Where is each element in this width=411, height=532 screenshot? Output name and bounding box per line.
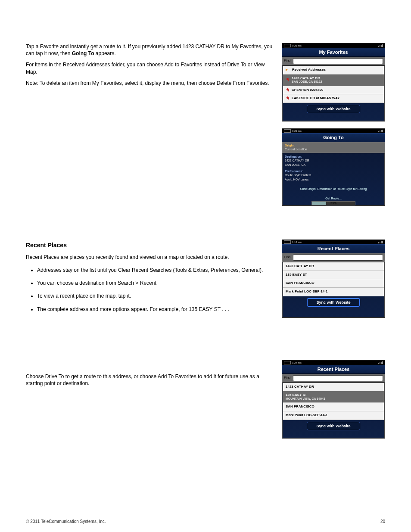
intro-paragraph-2: For items in the Received Addresses fold… bbox=[26, 61, 273, 75]
favorites-row[interactable]: CHEVRON 0205400 bbox=[283, 86, 384, 95]
intro-note: Note: To delete an item from My Favorite… bbox=[26, 80, 273, 87]
status-time: 1:12 am bbox=[292, 240, 302, 244]
progress-value: 33% bbox=[312, 201, 355, 205]
footer-page-number: 20 bbox=[380, 519, 385, 525]
row-label: SAN FRANCISCO bbox=[286, 281, 314, 286]
screenshot-recent-1: 1:12 am Recent Places Find: 1423 CATHAY … bbox=[282, 240, 385, 318]
row-label: 135 EASY ST bbox=[286, 273, 307, 277]
recent-row[interactable]: 1423 CATHAY DR bbox=[283, 262, 384, 271]
button-bar: Sync with Website bbox=[282, 103, 385, 116]
row-label: CHEVRON 0205400 bbox=[292, 88, 323, 93]
signal-icon bbox=[378, 44, 383, 47]
status-bar: 1:24 am bbox=[282, 361, 385, 365]
recent-para2: Choose Drive To to get a route to this a… bbox=[26, 373, 273, 387]
find-label: Find: bbox=[284, 376, 292, 380]
find-input[interactable] bbox=[293, 58, 383, 64]
intro-text-1b: appears. bbox=[96, 50, 116, 56]
favorites-row[interactable]: LAKESIDE DR at MIDAS WAY bbox=[283, 94, 384, 103]
destination-line1: 1423 CATHAY DR bbox=[285, 159, 382, 162]
recent-bullet-list: Addresses stay on the list until you Cle… bbox=[26, 267, 273, 313]
favorites-row-received[interactable]: Received Addresses bbox=[283, 66, 384, 75]
recent-para1: Recent Places are places you recently fo… bbox=[26, 254, 273, 261]
row-label: 1423 CATHAY DR bbox=[292, 76, 322, 81]
battery-icon bbox=[284, 129, 291, 133]
screen-title: Recent Places bbox=[282, 244, 385, 253]
recent-bullet: Addresses stay on the list until you Cle… bbox=[37, 267, 273, 274]
recent-bullet: You can choose a destination from Search… bbox=[37, 280, 273, 286]
pin-icon bbox=[286, 88, 290, 92]
folder-arrow-icon bbox=[286, 68, 290, 72]
row-label: 135 EASY ST bbox=[286, 393, 325, 397]
find-label: Find: bbox=[284, 59, 292, 63]
sync-button[interactable]: Sync with Website bbox=[307, 422, 361, 430]
row-label: SAN FRANCISCO bbox=[286, 404, 314, 409]
row-label: Mark Point LOC-SEP-14-1 bbox=[286, 289, 327, 294]
status-time: 0:26 am bbox=[292, 44, 302, 47]
find-input[interactable] bbox=[293, 375, 383, 381]
status-bar: 0:26 am bbox=[282, 44, 385, 48]
progress-label: Get Route... bbox=[282, 196, 385, 200]
destination-line2: SAN JOSE, CA bbox=[285, 163, 382, 167]
recent-heading: Recent Places bbox=[26, 241, 273, 249]
find-input[interactable] bbox=[293, 255, 383, 261]
screenshot-recent-2: 1:24 am Recent Places Find: 1423 CATHAY … bbox=[282, 360, 385, 439]
pin-icon bbox=[286, 78, 290, 82]
preferences-field[interactable]: Preferences: Route Style:Fastest Avoid:H… bbox=[282, 168, 385, 183]
battery-icon bbox=[284, 361, 291, 364]
favorites-row-selected[interactable]: 1423 CATHAY DR SAN JOSE, CA 95122 bbox=[283, 75, 384, 86]
progress-bar: 33% bbox=[311, 201, 355, 205]
page-footer: © 2011 TeleCommunication Systems, Inc. 2… bbox=[26, 519, 385, 525]
row-label: 1423 CATHAY DR bbox=[286, 264, 314, 269]
sync-button[interactable]: Sync with Website bbox=[307, 298, 361, 307]
destination-header: Destination: bbox=[285, 155, 382, 159]
button-bar: Sync with Website bbox=[282, 420, 385, 433]
status-time: 1:24 am bbox=[292, 361, 302, 364]
signal-icon bbox=[378, 241, 383, 243]
recent-bullet: The complete address and more options ap… bbox=[37, 306, 273, 313]
signal-icon bbox=[378, 130, 383, 132]
pin-icon bbox=[286, 96, 290, 100]
footer-copyright: © 2011 TeleCommunication Systems, Inc. bbox=[26, 519, 106, 525]
find-bar: Find: bbox=[282, 57, 385, 66]
battery-icon bbox=[284, 44, 291, 47]
recent-row[interactable]: Mark Point LOC-SEP-14-1 bbox=[283, 411, 384, 420]
status-bar: 0:26 am bbox=[282, 129, 385, 133]
screen-title: My Favorites bbox=[282, 48, 385, 57]
recent-row-selected[interactable]: 135 EASY ST MOUNTAIN VIEW, CA 94043 bbox=[283, 391, 384, 403]
recent-row[interactable]: 1423 CATHAY DR bbox=[283, 383, 384, 392]
progress-wrap: Get Route... 33% bbox=[282, 196, 385, 205]
preferences-line2: Avoid:HOV Lanes bbox=[285, 177, 382, 181]
origin-value: Current Location bbox=[285, 147, 382, 151]
battery-icon bbox=[284, 240, 291, 244]
intro-paragraph-1: Tap a Favorite and instantly get a route… bbox=[26, 43, 273, 57]
recent-row[interactable]: 135 EASY ST bbox=[283, 271, 384, 280]
sync-button[interactable]: Sync with Website bbox=[307, 105, 361, 113]
screen-title: Going To bbox=[282, 133, 385, 142]
destination-field[interactable]: Destination: 1423 CATHAY DR SAN JOSE, CA bbox=[282, 153, 385, 168]
preferences-line1: Route Style:Fastest bbox=[285, 173, 382, 177]
row-label: LAKESIDE DR at MIDAS WAY bbox=[292, 96, 339, 101]
find-bar: Find: bbox=[282, 374, 385, 383]
recent-bullet: To view a recent place on the map, tap i… bbox=[37, 292, 273, 299]
row-sub: SAN JOSE, CA 95122 bbox=[292, 80, 322, 84]
row-label: Received Addresses bbox=[292, 68, 326, 72]
origin-field[interactable]: Origin: Current Location bbox=[282, 142, 385, 153]
instruction-text: Click Origin, Destination or Route Style… bbox=[282, 187, 385, 191]
signal-icon bbox=[378, 361, 383, 364]
recent-row[interactable]: SAN FRANCISCO bbox=[283, 403, 384, 411]
intro-text-1a: Tap a Favorite and instantly get a route… bbox=[26, 44, 272, 56]
find-bar: Find: bbox=[282, 253, 385, 262]
find-label: Find: bbox=[284, 255, 292, 260]
row-label: 1423 CATHAY DR bbox=[286, 385, 314, 389]
screenshot-going-to: 0:26 am Going To Origin: Current Locatio… bbox=[282, 128, 385, 206]
recent-row[interactable]: Mark Point LOC-SEP-14-1 bbox=[283, 288, 384, 296]
going-to-name: Going To bbox=[72, 50, 94, 56]
recent-row[interactable]: SAN FRANCISCO bbox=[283, 279, 384, 288]
row-sub: MOUNTAIN VIEW, CA 94043 bbox=[286, 397, 325, 401]
status-time: 0:26 am bbox=[292, 129, 302, 133]
row-label: Mark Point LOC-SEP-14-1 bbox=[286, 413, 327, 418]
preferences-header: Preferences: bbox=[285, 169, 382, 173]
button-bar: Sync with Website bbox=[282, 296, 385, 309]
origin-header: Origin: bbox=[285, 143, 382, 147]
screenshot-my-favorites: 0:26 am My Favorites Find: Received Addr… bbox=[282, 43, 385, 121]
